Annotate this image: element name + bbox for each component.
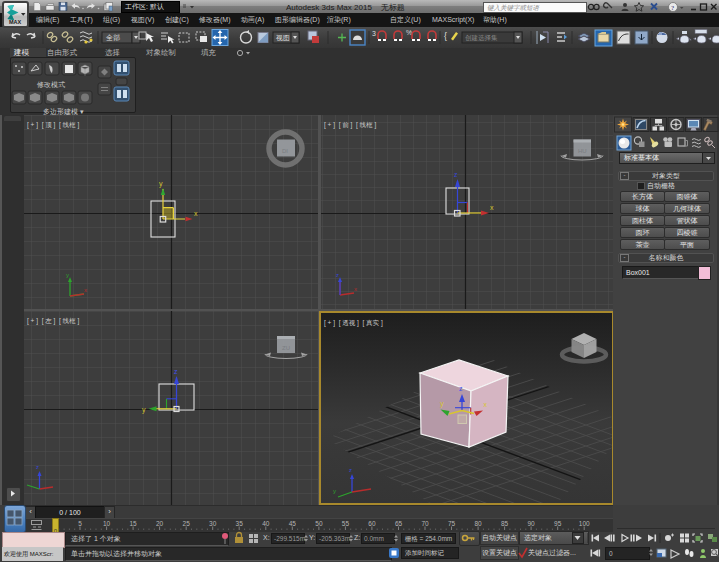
svg-text:90: 90 bbox=[527, 520, 535, 527]
svg-text:100: 100 bbox=[579, 520, 590, 527]
svg-text:z: z bbox=[36, 464, 39, 470]
svg-text:{: { bbox=[444, 31, 447, 41]
svg-text:20: 20 bbox=[156, 520, 164, 527]
svg-text:10: 10 bbox=[103, 520, 111, 527]
svg-text:y: y bbox=[333, 488, 336, 494]
svg-text:x: x bbox=[84, 287, 87, 293]
svg-text:85: 85 bbox=[501, 520, 509, 527]
svg-text:z: z bbox=[454, 171, 458, 178]
svg-text:x: x bbox=[354, 286, 357, 292]
svg-text:30: 30 bbox=[209, 520, 217, 527]
svg-text:HU: HU bbox=[578, 148, 587, 154]
svg-text:y: y bbox=[159, 180, 163, 188]
svg-text:z: z bbox=[349, 467, 352, 473]
svg-text:x: x bbox=[194, 210, 198, 217]
svg-text:?: ? bbox=[671, 4, 674, 12]
svg-text:x: x bbox=[490, 204, 494, 211]
svg-text:y: y bbox=[440, 400, 444, 408]
svg-text:视图: 视图 bbox=[276, 34, 290, 42]
svg-text:50: 50 bbox=[315, 520, 323, 527]
svg-text:y: y bbox=[142, 406, 146, 414]
svg-text:DI: DI bbox=[282, 148, 288, 154]
svg-text:全部: 全部 bbox=[106, 34, 120, 42]
svg-text:60: 60 bbox=[368, 520, 376, 527]
svg-text:15: 15 bbox=[129, 520, 137, 527]
svg-text:25: 25 bbox=[183, 520, 191, 527]
svg-text:ZU: ZU bbox=[282, 345, 290, 351]
svg-text:x: x bbox=[484, 401, 488, 408]
svg-text:z: z bbox=[174, 368, 178, 375]
svg-text:80: 80 bbox=[474, 520, 482, 527]
svg-text:5: 5 bbox=[78, 520, 82, 527]
svg-text:70: 70 bbox=[421, 520, 429, 527]
svg-text:创建选择集: 创建选择集 bbox=[465, 34, 498, 42]
svg-text:z: z bbox=[459, 385, 463, 392]
svg-text:75: 75 bbox=[448, 520, 456, 527]
svg-text:MAX: MAX bbox=[9, 19, 22, 25]
svg-text:40: 40 bbox=[262, 520, 270, 527]
svg-text:65: 65 bbox=[395, 520, 403, 527]
svg-text:45: 45 bbox=[289, 520, 297, 527]
svg-text:z: z bbox=[336, 272, 339, 278]
svg-text:95: 95 bbox=[554, 520, 562, 527]
svg-text:3: 3 bbox=[372, 30, 376, 37]
svg-text:35: 35 bbox=[236, 520, 244, 527]
svg-text:多边形建模 ▾: 多边形建模 ▾ bbox=[43, 108, 84, 115]
svg-text:55: 55 bbox=[342, 520, 350, 527]
svg-text:修改模式: 修改模式 bbox=[37, 81, 65, 89]
svg-text:y: y bbox=[66, 272, 69, 278]
